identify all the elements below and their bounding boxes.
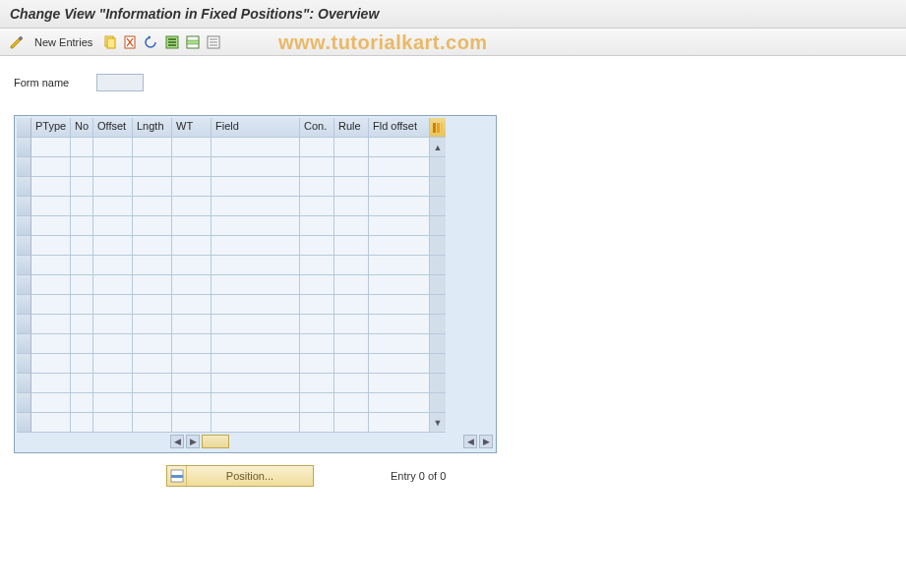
scroll-right-end-icon[interactable]: ▶: [479, 435, 493, 448]
cell[interactable]: [211, 413, 300, 433]
cell[interactable]: [93, 413, 133, 433]
scroll-thumb[interactable]: [202, 435, 229, 448]
cell[interactable]: [172, 236, 211, 256]
undo-change-icon[interactable]: [143, 33, 160, 51]
cell[interactable]: [300, 138, 334, 157]
select-block-icon[interactable]: [184, 33, 202, 51]
scroll-track[interactable]: [430, 393, 446, 413]
cell[interactable]: [71, 216, 93, 236]
row-selector[interactable]: [17, 256, 31, 275]
row-selector[interactable]: [17, 197, 31, 216]
cell[interactable]: [93, 354, 133, 374]
cell[interactable]: [172, 157, 211, 177]
col-header-no[interactable]: No: [71, 118, 93, 138]
cell[interactable]: [334, 295, 369, 315]
cell[interactable]: [93, 295, 133, 315]
cell[interactable]: [211, 138, 300, 157]
row-selector[interactable]: [17, 334, 31, 354]
cell[interactable]: [172, 177, 211, 197]
copy-as-icon[interactable]: [101, 33, 119, 51]
cell[interactable]: [71, 315, 93, 334]
cell[interactable]: [334, 197, 369, 216]
cell[interactable]: [133, 393, 172, 413]
row-selector[interactable]: [17, 216, 31, 236]
cell[interactable]: [31, 216, 71, 236]
cell[interactable]: [172, 138, 211, 157]
col-header-wt[interactable]: WT: [172, 118, 211, 138]
cell[interactable]: [211, 256, 300, 275]
cell[interactable]: [133, 197, 172, 216]
col-header-field[interactable]: Field: [211, 118, 300, 138]
scroll-down-icon[interactable]: ▼: [430, 413, 446, 433]
cell[interactable]: [172, 315, 211, 334]
cell[interactable]: [369, 216, 430, 236]
scroll-track[interactable]: [430, 374, 446, 393]
row-selector[interactable]: [17, 393, 31, 413]
cell[interactable]: [133, 177, 172, 197]
cell[interactable]: [369, 295, 430, 315]
row-selector[interactable]: [17, 315, 31, 334]
cell[interactable]: [300, 393, 334, 413]
cell[interactable]: [93, 236, 133, 256]
cell[interactable]: [300, 334, 334, 354]
cell[interactable]: [300, 374, 334, 393]
col-header-rule[interactable]: Rule: [334, 118, 369, 138]
cell[interactable]: [133, 275, 172, 295]
cell[interactable]: [172, 295, 211, 315]
cell[interactable]: [31, 295, 71, 315]
cell[interactable]: [211, 275, 300, 295]
cell[interactable]: [31, 393, 71, 413]
col-header-lngth[interactable]: Lngth: [133, 118, 172, 138]
cell[interactable]: [334, 256, 369, 275]
cell[interactable]: [93, 177, 133, 197]
cell[interactable]: [300, 236, 334, 256]
cell[interactable]: [133, 216, 172, 236]
configure-columns-icon[interactable]: [430, 118, 446, 138]
cell[interactable]: [133, 413, 172, 433]
cell[interactable]: [71, 295, 93, 315]
col-header-con[interactable]: Con.: [300, 118, 334, 138]
row-selector[interactable]: [17, 275, 31, 295]
scroll-track[interactable]: [430, 334, 446, 354]
scroll-up-icon[interactable]: ▲: [430, 138, 446, 157]
cell[interactable]: [93, 197, 133, 216]
row-selector[interactable]: [17, 236, 31, 256]
cell[interactable]: [93, 256, 133, 275]
cell[interactable]: [369, 236, 430, 256]
cell[interactable]: [369, 256, 430, 275]
cell[interactable]: [133, 315, 172, 334]
select-all-column-header[interactable]: [17, 118, 31, 138]
cell[interactable]: [133, 256, 172, 275]
cell[interactable]: [71, 334, 93, 354]
cell[interactable]: [71, 197, 93, 216]
cell[interactable]: [71, 157, 93, 177]
cell[interactable]: [334, 177, 369, 197]
cell[interactable]: [31, 275, 71, 295]
cell[interactable]: [71, 374, 93, 393]
cell[interactable]: [172, 413, 211, 433]
cell[interactable]: [300, 216, 334, 236]
cell[interactable]: [71, 393, 93, 413]
cell[interactable]: [133, 374, 172, 393]
cell[interactable]: [172, 334, 211, 354]
cell[interactable]: [334, 157, 369, 177]
cell[interactable]: [369, 334, 430, 354]
scroll-track[interactable]: [430, 295, 446, 315]
scroll-left-icon[interactable]: ◀: [170, 435, 184, 448]
delete-icon[interactable]: [122, 33, 140, 51]
deselect-all-icon[interactable]: [205, 33, 222, 51]
cell[interactable]: [300, 315, 334, 334]
cell[interactable]: [211, 315, 300, 334]
cell[interactable]: [334, 315, 369, 334]
row-selector[interactable]: [17, 138, 31, 157]
col-header-fldoffset[interactable]: Fld offset: [369, 118, 430, 138]
cell[interactable]: [93, 315, 133, 334]
scroll-track[interactable]: [430, 275, 446, 295]
scroll-track[interactable]: [430, 236, 446, 256]
cell[interactable]: [369, 157, 430, 177]
cell[interactable]: [172, 374, 211, 393]
row-selector[interactable]: [17, 413, 31, 433]
cell[interactable]: [71, 177, 93, 197]
cell[interactable]: [31, 354, 71, 374]
cell[interactable]: [211, 354, 300, 374]
